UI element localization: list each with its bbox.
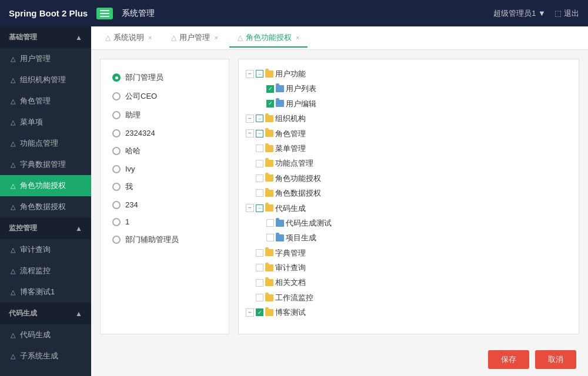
sidebar-item-func-mgmt[interactable]: △功能点管理 <box>0 133 91 154</box>
tree-checkbox[interactable] <box>256 294 263 301</box>
tree-checkbox[interactable]: − <box>256 130 263 137</box>
tree-row-proj-gen[interactable]: 项目生成 <box>256 230 572 245</box>
sidebar-item-role-data[interactable]: △角色数据授权 <box>0 196 91 217</box>
tree-row-audit2[interactable]: 审计查询 <box>246 260 572 275</box>
role-item-dept-assist[interactable]: 部门辅助管理员 <box>109 230 220 249</box>
sidebar-item-sub-sys[interactable]: △子系统生成 <box>0 345 91 367</box>
tree-row-code-gen[interactable]: −−代码生成 <box>246 201 572 216</box>
tab-close-icon[interactable]: × <box>214 34 218 41</box>
tree-checkbox[interactable] <box>256 174 263 182</box>
save-button[interactable]: 保存 <box>488 350 529 369</box>
sidebar-group-代码生成[interactable]: 代码生成▲ <box>0 303 91 324</box>
logout-button[interactable]: ⬚ 退出 <box>554 8 579 19</box>
tree-row-user-list[interactable]: ✓用户列表 <box>256 81 572 96</box>
tree-expand-icon[interactable]: − <box>246 308 254 317</box>
tree-checkbox[interactable] <box>266 234 274 241</box>
tree-expand-icon[interactable]: − <box>246 115 254 123</box>
sidebar-item-dict-mgmt[interactable]: △字典数据管理 <box>0 154 91 175</box>
tab-user-mgmt[interactable]: △用户管理× <box>163 29 226 48</box>
chevron-icon: ▲ <box>75 33 82 42</box>
role-item-assistant[interactable]: 助理 <box>109 106 220 125</box>
tree-row-role-data2[interactable]: 角色数据授权 <box>246 186 572 200</box>
sidebar-item-menu-item[interactable]: △菜单项 <box>0 112 91 133</box>
role-item-dept-admin[interactable]: 部门管理员 <box>109 68 220 87</box>
menu-toggle-button[interactable] <box>96 8 113 19</box>
tree-row-org[interactable]: −−组织机构 <box>246 111 572 126</box>
tree-checkbox[interactable] <box>256 279 263 287</box>
radio-button[interactable] <box>112 201 121 209</box>
radio-button[interactable] <box>112 183 121 191</box>
role-item-haha[interactable]: 哈哈 <box>109 142 220 160</box>
role-item-r234[interactable]: 234 <box>109 196 220 213</box>
tree-checkbox[interactable]: ✓ <box>266 100 274 108</box>
tree-checkbox[interactable] <box>256 145 263 152</box>
radio-button[interactable] <box>112 147 121 155</box>
sidebar-item-flow[interactable]: △流程监控 <box>0 260 91 281</box>
tree-expand-icon[interactable] <box>246 264 254 272</box>
tree-row-menu-mgmt[interactable]: 菜单管理 <box>246 141 572 156</box>
user-menu[interactable]: 超级管理员1 ▼ <box>493 8 546 19</box>
sidebar-item-blog-test1[interactable]: △博客测试1 <box>0 281 91 303</box>
tree-expand-icon[interactable] <box>256 85 265 93</box>
tree-expand-icon[interactable] <box>246 174 254 182</box>
tree-expand-icon[interactable] <box>246 278 254 287</box>
tree-expand-icon[interactable]: − <box>246 129 254 137</box>
sidebar-group-监控管理[interactable]: 监控管理▲ <box>0 217 91 239</box>
radio-button[interactable] <box>112 218 121 226</box>
tree-expand-icon[interactable]: − <box>246 70 254 78</box>
radio-button[interactable] <box>112 111 121 119</box>
tree-row-role-mgmt[interactable]: −−角色管理 <box>246 126 572 141</box>
tab-sys-desc[interactable]: △系统说明× <box>97 29 160 48</box>
tree-row-role-perm2[interactable]: 角色功能授权 <box>246 171 572 186</box>
tree-checkbox[interactable]: ✓ <box>256 308 263 316</box>
tree-checkbox[interactable]: − <box>256 204 263 212</box>
role-item-ivy[interactable]: Ivy <box>109 160 220 177</box>
radio-button[interactable] <box>112 236 121 244</box>
tree-checkbox[interactable] <box>256 264 263 271</box>
tree-checkbox[interactable]: ✓ <box>266 85 274 93</box>
cancel-button[interactable]: 取消 <box>535 350 576 369</box>
sidebar-group-基础管理[interactable]: 基础管理▲ <box>0 26 91 48</box>
tree-checkbox[interactable]: − <box>256 70 263 78</box>
radio-button[interactable] <box>112 165 121 173</box>
tree-row-code-gen-test[interactable]: 代码生成测试 <box>256 216 572 230</box>
sidebar-item-audit[interactable]: △审计查询 <box>0 239 91 260</box>
role-item-me[interactable]: 我 <box>109 177 220 196</box>
tab-role-perm[interactable]: △角色功能授权× <box>229 29 308 48</box>
tree-row-dict-mgmt2[interactable]: 字典管理 <box>246 246 572 260</box>
tree-expand-icon[interactable] <box>246 189 254 197</box>
tree-expand-icon[interactable] <box>246 145 254 153</box>
tree-node-role-data2: 角色数据授权 <box>246 186 572 200</box>
tree-expand-icon[interactable] <box>256 219 265 227</box>
tree-expand-icon[interactable] <box>246 294 254 302</box>
role-item-r2324324[interactable]: 2324324 <box>109 125 220 142</box>
tree-row-blog-test[interactable]: −✓博客测试 <box>246 305 572 320</box>
sidebar-item-role-perm[interactable]: △角色功能授权 <box>0 175 91 196</box>
tree-expand-icon[interactable]: − <box>246 204 254 212</box>
tree-expand-icon[interactable] <box>246 249 254 257</box>
tree-checkbox[interactable] <box>256 160 263 167</box>
tab-close-icon[interactable]: × <box>296 34 299 41</box>
tree-checkbox[interactable]: − <box>256 115 263 122</box>
tab-close-icon[interactable]: × <box>148 34 152 41</box>
tree-checkbox[interactable] <box>256 189 263 197</box>
sidebar-item-role-mgmt[interactable]: △角色管理 <box>0 90 91 112</box>
tree-row-flow2[interactable]: 工作流监控 <box>246 290 572 305</box>
tree-checkbox[interactable] <box>256 249 263 257</box>
radio-button[interactable] <box>112 129 121 137</box>
tree-expand-icon[interactable] <box>256 234 265 242</box>
radio-button[interactable] <box>112 92 121 100</box>
tree-expand-icon[interactable] <box>256 99 265 108</box>
sidebar-item-user-mgmt[interactable]: △用户管理 <box>0 48 91 69</box>
tree-expand-icon[interactable] <box>246 159 254 167</box>
radio-button[interactable] <box>112 73 121 82</box>
sidebar-item-code-gen[interactable]: △代码生成 <box>0 324 91 345</box>
role-item-r1[interactable]: 1 <box>109 213 220 230</box>
role-item-company-ceo[interactable]: 公司CEO <box>109 87 220 106</box>
tree-row-func-mgmt[interactable]: 功能点管理 <box>246 156 572 170</box>
sidebar-item-org-mgmt[interactable]: △组织机构管理 <box>0 69 91 90</box>
tree-row-user-func[interactable]: −−用户功能 <box>246 66 572 81</box>
tree-row-related-doc[interactable]: 相关文档 <box>246 275 572 290</box>
tree-checkbox[interactable] <box>266 219 274 227</box>
tree-row-user-edit[interactable]: ✓用户编辑 <box>256 96 572 111</box>
